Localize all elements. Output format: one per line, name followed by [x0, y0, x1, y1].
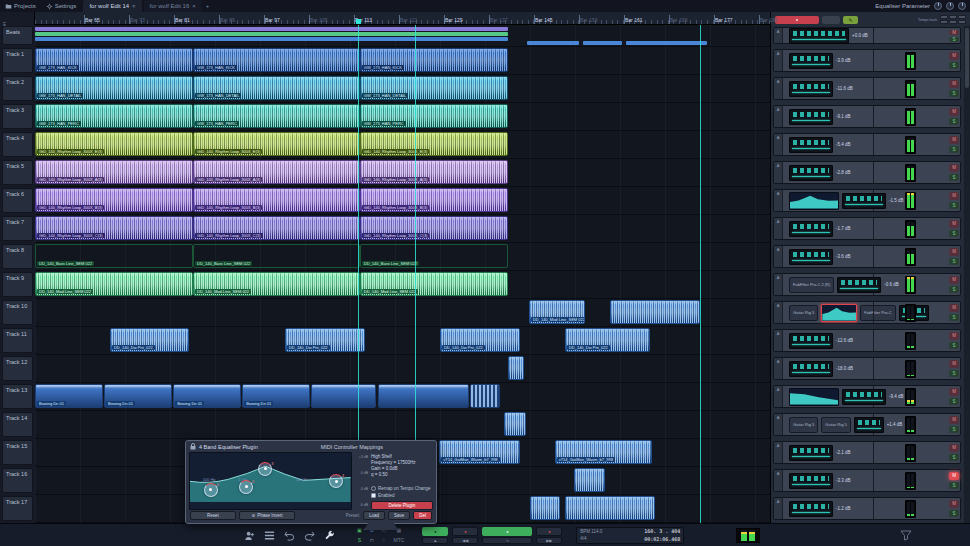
mute-button[interactable]: M [949, 332, 959, 340]
eq-plugin-thumbnail[interactable] [789, 192, 839, 210]
track-lane[interactable]: DD_140_Mod Line_SEM 022 [35, 299, 770, 327]
auto-play-button[interactable]: ● [422, 527, 448, 536]
volume-fader[interactable] [789, 249, 833, 265]
preset-del-button[interactable]: Del [413, 511, 432, 520]
audio-clip[interactable]: GW_173_HAN_PERC [35, 104, 193, 128]
audio-clip[interactable]: GW_173_HAN_DETAIL [360, 76, 508, 100]
audio-clip[interactable]: GW_173_HAN_KICK [35, 48, 193, 72]
audio-clip[interactable]: DD_140_Mod Line_SEM 022 [35, 272, 193, 296]
tab-close-icon[interactable]: × [132, 3, 136, 9]
arm-strip[interactable]: A [774, 134, 783, 155]
volume-fader[interactable] [789, 165, 833, 181]
arm-strip[interactable]: A [774, 330, 783, 351]
mute-button[interactable]: M [949, 416, 959, 424]
volume-fader[interactable] [789, 53, 833, 69]
solo-button[interactable]: S [949, 37, 959, 42]
audio-clip[interactable]: GtD_140_Rhythm Loop_300X_A(3) [35, 160, 193, 184]
audio-clip[interactable]: GtD_140_Rhythm Loop_300X_C(3) [193, 216, 360, 240]
volume-fader[interactable] [789, 361, 833, 377]
track-lane[interactable] [35, 355, 770, 383]
volume-fader[interactable] [789, 28, 849, 44]
solo-button[interactable]: S [949, 286, 959, 294]
arm-strip[interactable]: A [774, 218, 783, 239]
forward-button[interactable]: ▶▶ [536, 537, 562, 544]
audio-clip[interactable] [470, 384, 500, 408]
audio-clip[interactable]: GW_173_HAN_DETAIL [35, 76, 193, 100]
audio-clip[interactable]: GtD_140_Rhythm Loop_300X_E(3) [360, 132, 508, 156]
audio-clip[interactable]: DD_140_Dw Pnt_022 [285, 328, 365, 352]
wrench-icon[interactable] [324, 530, 335, 541]
record-arm-all-button[interactable] [775, 16, 819, 24]
audio-clip[interactable]: vT14_GatMan_Wasm_b7_998 [439, 440, 520, 464]
play-button[interactable]: ● [482, 527, 532, 536]
audio-clip[interactable]: GtD_140_Rhythm Loop_300X_C(3) [360, 216, 508, 240]
arm-strip[interactable]: A [774, 470, 783, 491]
solo-button[interactable]: S [949, 62, 959, 70]
filter-funnel-icon[interactable] [900, 529, 912, 541]
audio-clip[interactable]: GW_173_HAN_DETAIL [193, 76, 360, 100]
audio-clip[interactable]: DD_140_Bass Line_SEM 022 [360, 244, 508, 268]
arm-strip[interactable]: A [774, 162, 783, 183]
mixer-scrollbar[interactable] [964, 26, 970, 523]
eq-band-node[interactable]: 2 [239, 480, 253, 494]
parameter-knob-2[interactable] [946, 2, 954, 10]
audio-clip[interactable]: DD_140_Dw Pnt_022 [565, 328, 650, 352]
solo-button[interactable]: S [949, 230, 959, 238]
audio-clip[interactable]: DD_140_Mod Line_SEM 022 [360, 272, 508, 296]
track-header[interactable]: Track 6 [2, 188, 33, 213]
solo-button[interactable]: S [949, 342, 959, 350]
arm-strip[interactable]: A [774, 190, 783, 211]
solo-button[interactable]: S [949, 202, 959, 210]
projects-button[interactable]: Projects [0, 0, 41, 12]
volume-fader[interactable] [789, 81, 833, 97]
arm-strip[interactable]: A [774, 386, 783, 407]
beat-clip[interactable] [35, 32, 508, 36]
audio-clip[interactable]: GW_173_HAN_PERC [360, 104, 508, 128]
panel-mode-button[interactable] [822, 16, 840, 24]
audio-clip[interactable] [378, 384, 469, 408]
beat-clip[interactable] [527, 41, 578, 45]
mute-button[interactable]: M [949, 220, 959, 228]
eq-plugin-thumbnail[interactable] [789, 388, 839, 406]
snap-toggle[interactable]: ▣ [357, 526, 362, 534]
volume-fader[interactable] [789, 473, 833, 489]
solo-button[interactable]: S [949, 370, 959, 378]
phase-invert-button[interactable]: ⊘Phase Invert [239, 511, 295, 520]
audio-clip[interactable]: GtD_140_Rhythm Loop_300X_B(3) [35, 188, 193, 212]
mute-button[interactable]: M [949, 276, 959, 284]
track-lane[interactable]: GW_173_HAN_DETAILGW_173_HAN_DETAILGW_173… [35, 75, 770, 103]
audio-clip[interactable]: Bowing Dn 01 [104, 384, 172, 408]
solo-button[interactable]: S [949, 118, 959, 126]
audio-clip[interactable]: GtD_140_Rhythm Loop_300X_E(3) [35, 132, 193, 156]
preset-load-button[interactable]: Load [363, 511, 385, 520]
audio-clip[interactable] [504, 412, 526, 436]
mute-button[interactable]: M [949, 192, 959, 200]
track-lane[interactable] [35, 411, 770, 439]
volume-fader[interactable] [789, 109, 833, 125]
solo-button[interactable]: S [949, 510, 959, 518]
volume-fader[interactable] [789, 221, 833, 237]
solo-button[interactable]: S [949, 146, 959, 154]
audio-clip[interactable]: DD_140_Bass Line_SEM 022 [193, 244, 360, 268]
track-header[interactable]: Track 4 [2, 132, 33, 157]
volume-fader[interactable] [837, 277, 881, 293]
track-header[interactable]: Track 16 [2, 468, 33, 493]
enabled-checkbox[interactable]: Enabled [371, 493, 433, 498]
audio-clip[interactable]: Bowing Dn 01 [173, 384, 241, 408]
mute-button[interactable]: M [949, 472, 959, 480]
mute-button[interactable]: M [949, 388, 959, 396]
audio-clip[interactable] [311, 384, 376, 408]
track-lane[interactable] [35, 25, 770, 47]
record-button[interactable]: ● [536, 527, 562, 536]
audio-clip[interactable]: GW_173_HAN_KICK [360, 48, 508, 72]
audio-clip[interactable] [530, 496, 560, 520]
audio-clip[interactable]: GtD_140_Rhythm Loop_300X_B(3) [193, 188, 360, 212]
volume-fader[interactable] [789, 501, 833, 517]
parameter-knob-3[interactable] [958, 2, 966, 10]
track-header[interactable]: Track 14 [2, 412, 33, 437]
eq-plugin-thumbnail[interactable] [821, 304, 857, 322]
parameter-knob-1[interactable] [934, 2, 942, 10]
tab-2[interactable]: for wolf Edit 16× [144, 0, 202, 12]
arm-strip[interactable]: A [774, 50, 783, 71]
rtz-button[interactable]: ▲ [422, 537, 448, 544]
